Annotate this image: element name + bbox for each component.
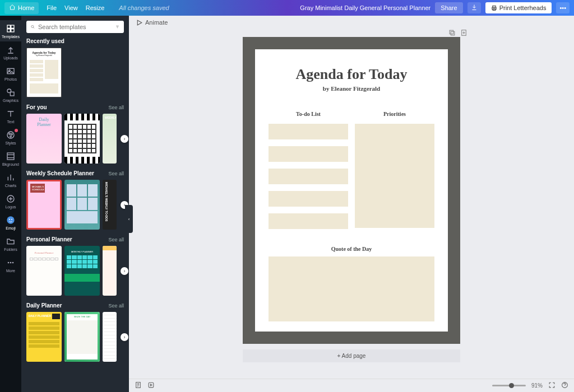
rail-uploads-label: Uploads xyxy=(3,56,18,60)
home-button[interactable]: Home xyxy=(4,2,39,14)
notification-dot xyxy=(15,129,18,132)
svg-rect-5 xyxy=(7,29,10,32)
more-button[interactable]: ••• xyxy=(556,2,570,13)
todo-item[interactable] xyxy=(269,146,348,162)
todo-item[interactable] xyxy=(269,124,348,139)
see-all-link[interactable]: See all xyxy=(108,105,124,110)
rail-templates[interactable]: Templates xyxy=(0,20,21,41)
fullscreen-button[interactable] xyxy=(548,381,556,390)
see-all-link[interactable]: See all xyxy=(108,171,124,176)
template-thumb[interactable] xyxy=(103,312,117,362)
svg-point-23 xyxy=(31,25,34,27)
print-button[interactable]: Print Letterheads xyxy=(485,2,552,13)
slider-thumb[interactable] xyxy=(509,383,514,388)
rail-graphics[interactable]: Graphics xyxy=(0,84,21,105)
download-button[interactable] xyxy=(467,2,481,13)
graphics-icon xyxy=(6,88,15,97)
todo-item[interactable] xyxy=(269,191,348,207)
see-all-link[interactable]: See all xyxy=(108,237,124,242)
priorities-heading[interactable]: Priorities xyxy=(355,111,434,117)
todo-item[interactable] xyxy=(269,169,348,184)
see-all-link[interactable]: See all xyxy=(108,303,124,309)
charts-icon xyxy=(6,173,15,182)
rail-logos[interactable]: Logos xyxy=(0,190,21,212)
rail-text-label: Text xyxy=(7,120,15,124)
notes-button[interactable] xyxy=(135,381,142,390)
filter-icon[interactable] xyxy=(115,24,119,30)
rail-emoji[interactable]: Emoji xyxy=(0,212,21,233)
foryou-title: For you xyxy=(26,104,47,110)
page-title[interactable]: Agenda for Today xyxy=(269,66,434,83)
scroll-right-button[interactable]: › xyxy=(121,333,128,341)
rail-graphics-label: Graphics xyxy=(3,99,18,102)
rail-folders[interactable]: Folders xyxy=(0,233,21,254)
template-thumb[interactable]: WORKOUT SCHEDULE xyxy=(64,114,100,164)
template-thumb[interactable]: MONTHLY PLANNER xyxy=(64,246,100,296)
template-thumb[interactable] xyxy=(103,246,117,296)
svg-point-19 xyxy=(11,219,12,220)
share-button[interactable]: Share xyxy=(435,2,462,13)
zoom-slider[interactable] xyxy=(492,385,526,386)
rail-folders-label: Folders xyxy=(4,248,17,251)
priorities-box[interactable] xyxy=(355,124,434,228)
template-thumb[interactable]: Daily Planner xyxy=(26,114,62,164)
animate-icon xyxy=(136,19,143,26)
svg-point-18 xyxy=(9,219,10,220)
rail-more[interactable]: More xyxy=(0,254,21,276)
document-title[interactable]: Gray Minimalist Daily General Personal P… xyxy=(300,4,430,11)
template-thumb[interactable] xyxy=(64,180,100,230)
file-menu[interactable]: File xyxy=(47,4,57,11)
animate-button[interactable]: Animate xyxy=(136,19,168,26)
search-input-wrap[interactable] xyxy=(26,21,124,33)
svg-marker-24 xyxy=(137,20,142,25)
template-thumb[interactable]: MICHAEL'S WEEKLY TO-DOS xyxy=(103,180,117,230)
search-input[interactable] xyxy=(38,24,115,30)
add-page-button[interactable]: + Add page xyxy=(243,349,460,362)
printer-icon xyxy=(491,5,497,11)
view-menu[interactable]: View xyxy=(64,4,78,11)
svg-point-22 xyxy=(12,262,14,264)
rail-bkground[interactable]: Bkground xyxy=(0,148,21,169)
animate-label: Animate xyxy=(145,19,168,26)
duplicate-icon xyxy=(448,29,456,36)
page-subtitle[interactable]: by Eleanor Fitzgerald xyxy=(269,85,434,92)
emoji-icon xyxy=(6,216,15,225)
todo-heading[interactable]: To-do List xyxy=(269,111,348,117)
rail-styles[interactable]: Styles xyxy=(0,127,21,148)
styles-icon xyxy=(6,130,15,139)
download-icon xyxy=(471,4,478,11)
rail-text[interactable]: Text xyxy=(0,105,21,127)
template-thumb[interactable]: MICHAEL'S SCHEDULE xyxy=(26,180,62,230)
rail-charts[interactable]: Charts xyxy=(0,169,21,190)
home-label: Home xyxy=(18,4,34,11)
scroll-right-button[interactable]: › xyxy=(121,135,128,143)
template-thumb[interactable]: SEIZE THE DAY xyxy=(64,312,100,362)
svg-point-13 xyxy=(11,133,13,135)
template-thumb[interactable]: DAILY PLANNER xyxy=(26,312,62,362)
new-page-button[interactable] xyxy=(460,29,467,38)
duration-button[interactable] xyxy=(147,381,155,390)
help-button[interactable] xyxy=(561,381,568,390)
svg-rect-25 xyxy=(451,31,455,35)
template-thumb[interactable]: WEEKLY xyxy=(103,114,117,164)
svg-point-20 xyxy=(8,262,10,264)
rail-templates-label: Templates xyxy=(2,35,20,39)
photos-icon xyxy=(6,67,15,76)
home-icon xyxy=(9,4,16,11)
recent-thumb[interactable]: Agenda for Today by Eleanor Fitzgerald xyxy=(26,48,62,97)
zoom-percent[interactable]: 91% xyxy=(531,382,543,389)
canvas-area: ‹ Animate Agenda for Today by Eleanor Fi… xyxy=(129,16,574,392)
rail-emoji-label: Emoji xyxy=(6,226,16,230)
quote-box[interactable] xyxy=(269,256,434,321)
duration-icon xyxy=(147,381,155,389)
canvas-page[interactable]: Agenda for Today by Eleanor Fitzgerald T… xyxy=(243,37,460,344)
todo-item[interactable] xyxy=(269,213,348,229)
rail-uploads[interactable]: Uploads xyxy=(0,41,21,63)
scroll-right-button[interactable]: › xyxy=(121,267,128,275)
folders-icon xyxy=(6,237,15,246)
resize-menu[interactable]: Resize xyxy=(86,4,105,11)
svg-point-21 xyxy=(10,262,12,264)
quote-heading[interactable]: Quote of the Day xyxy=(269,246,434,252)
rail-photos[interactable]: Photos xyxy=(0,63,21,84)
template-thumb[interactable]: Personal Planner xyxy=(26,246,62,296)
